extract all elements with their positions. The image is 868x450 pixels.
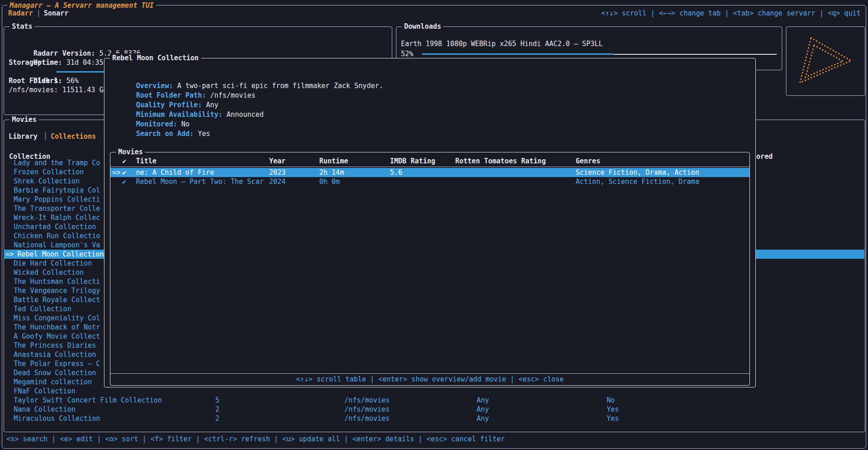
- collection-name: Rebel Moon Collection: [17, 250, 104, 259]
- app-title: Managarr – A Servarr management TUI: [7, 1, 156, 10]
- tab-radarr[interactable]: Radarr: [8, 9, 33, 18]
- column-check: ✔: [122, 157, 126, 166]
- column-year: Year: [269, 157, 286, 166]
- collection-row[interactable]: Nana Collection 2 /nfs/movies Any Yes: [4, 405, 864, 414]
- collection-name: The Huntsman Collecti: [14, 277, 100, 286]
- collection-name: Wicked Collection: [14, 268, 84, 277]
- collection-root-folder: /nfs/movies: [344, 414, 390, 423]
- collection-name: Anastasia Collection: [14, 350, 96, 359]
- collection-name: Chicken Run Collectio: [14, 231, 100, 241]
- collection-root-folder: /nfs/movies: [344, 405, 390, 414]
- logo-panel: [786, 26, 865, 96]
- collection-name: Lady and the Tramp Co: [14, 158, 100, 167]
- collection-name: Miss Congeniality Col: [14, 314, 100, 323]
- movie-check: ✔: [122, 168, 126, 177]
- collection-details-modal: Rebel Moon Collection Overview:A two-par…: [104, 58, 756, 387]
- collection-movie-count: 2: [215, 414, 219, 423]
- collection-movies-title: Movies: [116, 147, 145, 157]
- collection-name: Battle Royale Collect: [14, 295, 100, 304]
- collection-quality: Any: [477, 414, 489, 423]
- download-progress-bar: [422, 53, 613, 55]
- column-rt-rating: Rotten Tomatoes Rating: [455, 157, 546, 166]
- movie-year: 2023: [269, 168, 286, 177]
- collection-name: Taylor Swift Concert Film Collection: [14, 396, 162, 405]
- collection-name: The Princess Diaries: [14, 341, 96, 350]
- collection-name: Uncharted Collection: [14, 222, 96, 231]
- storage-label: Storage:: [9, 58, 42, 67]
- movie-title: ne: A Child of Fire: [136, 168, 214, 177]
- movie-imdb: 5.6: [390, 168, 402, 177]
- collection-name: Shrek Collection: [14, 177, 80, 186]
- collection-name: Die Hard Collection: [14, 259, 92, 268]
- collection-row[interactable]: Miraculous Collection 2 /nfs/movies Any …: [4, 414, 864, 423]
- column-runtime: Runtime: [319, 157, 348, 166]
- tab-separator: │: [36, 9, 41, 18]
- search-on-add-field: Search on Add:Yes: [111, 120, 210, 147]
- collection-name: The Polar Express – C: [14, 359, 100, 368]
- collection-root-folder: /nfs/movies: [344, 396, 390, 405]
- tab-collections[interactable]: Collections: [51, 132, 96, 141]
- top-keybindings: <↑↓> scroll | <←→> change tab | <tab> ch…: [601, 9, 861, 18]
- column-title: Title: [136, 157, 156, 166]
- tab-sonarr[interactable]: Sonarr: [44, 9, 68, 18]
- collection-movie-count: 5: [215, 396, 219, 405]
- movie-row[interactable]: ✔ Rebel Moon – Part Two: The Scar 2024 0…: [110, 177, 749, 186]
- collection-monitored: No: [607, 396, 615, 405]
- table-header-divider: [110, 167, 749, 167]
- selection-arrow: =>: [112, 168, 120, 177]
- collection-name: Megamind collection: [14, 377, 92, 387]
- tab-library[interactable]: Library: [9, 132, 37, 141]
- collection-name: Barbie Fairytopia Col: [14, 186, 100, 195]
- column-genres: Genres: [576, 157, 600, 166]
- collection-name: Nana Collection: [14, 405, 75, 414]
- collection-name: Frozen Collection: [14, 167, 84, 177]
- collection-name: The Vengeance Trilogy: [14, 286, 100, 295]
- download-item-title: Earth 1998 1080p WEBRip x265 Hindi AAC2.…: [401, 39, 603, 48]
- movie-check: ✔: [122, 177, 126, 186]
- collection-name: National Lampoon's Va: [14, 241, 100, 250]
- collection-name: Ted Collection: [14, 304, 71, 314]
- collection-row[interactable]: Taylor Swift Concert Film Collection 5 /…: [4, 396, 864, 405]
- download-progress-remainder: [613, 54, 777, 55]
- column-imdb-rating: IMDB Rating: [390, 157, 435, 166]
- collection-monitored: Yes: [607, 405, 619, 414]
- movie-genres: Action, Science Fiction, Drama: [576, 177, 699, 186]
- stats-panel-title: Stats: [10, 22, 35, 31]
- downloads-panel-title: Downloads: [402, 22, 443, 31]
- modal-title: Rebel Moon Collection: [110, 53, 201, 63]
- movies-tab-separator: │: [43, 132, 47, 141]
- movie-runtime: 2h 14m: [319, 168, 344, 177]
- collection-name: Dead Snow Collection: [14, 368, 96, 377]
- movie-runtime: 0h 0m: [319, 177, 340, 186]
- collection-name: Mary Poppins Collecti: [14, 195, 100, 204]
- selection-arrow: =>: [5, 250, 14, 259]
- collection-name: Miraculous Collection: [14, 414, 100, 423]
- modal-keybindings: <↑↓> scroll table | <enter> show overvie…: [110, 375, 749, 384]
- collection-movie-count: 2: [215, 405, 219, 414]
- root-folder-size: /nfs/movies: 11511.43 GB: [9, 85, 108, 94]
- table-footer-divider: [110, 373, 749, 374]
- collection-name: A Goofy Movie Collect: [14, 332, 100, 341]
- collection-name: FNaF Collection: [14, 387, 75, 396]
- collection-quality: Any: [477, 405, 489, 414]
- bottom-keybindings: <s> search | <e> edit | <o> sort | <f> f…: [6, 434, 505, 444]
- movie-year: 2024: [269, 177, 286, 186]
- movie-row-selected[interactable]: => ✔ ne: A Child of Fire 2023 2h 14m 5.6…: [110, 168, 749, 177]
- collection-quality: Any: [477, 396, 489, 405]
- download-percent: 52%: [401, 49, 413, 58]
- collection-name: Wreck-It Ralph Collec: [14, 213, 100, 222]
- collection-name: The Transporter Colle: [14, 204, 100, 213]
- collection-row[interactable]: FNaF Collection: [4, 387, 864, 396]
- collection-name: The Hunchback of Notr: [14, 323, 100, 332]
- movie-genres: Science Fiction, Drama, Action: [576, 168, 699, 177]
- movies-panel-title: Movies: [10, 115, 39, 124]
- root-folders-label: Root Folders:: [9, 76, 62, 85]
- app-root: Managarr – A Servarr management TUI Rada…: [0, 0, 868, 450]
- movie-title: Rebel Moon – Part Two: The Scar: [136, 177, 264, 186]
- collection-movies-panel: Movies ✔ Title Year Runtime IMDB Rating …: [110, 152, 750, 386]
- collection-monitored: Yes: [607, 414, 619, 423]
- managarr-play-logo-icon: [795, 35, 856, 86]
